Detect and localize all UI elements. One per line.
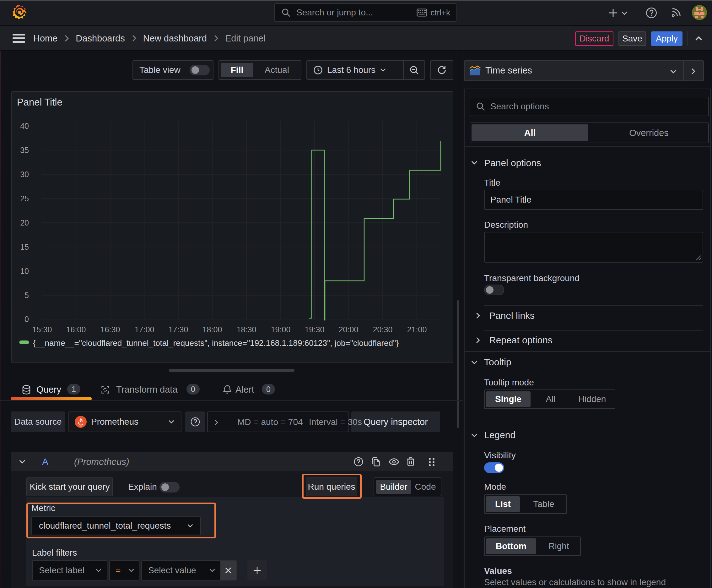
svg-text:19:30: 19:30 <box>305 325 325 334</box>
svg-text:20: 20 <box>20 218 29 227</box>
svg-text:40: 40 <box>20 122 29 130</box>
svg-text:21:00: 21:00 <box>407 325 427 334</box>
svg-text:15:30: 15:30 <box>33 325 52 334</box>
svg-text:18:30: 18:30 <box>237 325 257 334</box>
svg-text:17:00: 17:00 <box>135 325 154 334</box>
svg-text:18:00: 18:00 <box>202 325 222 334</box>
svg-text:19:00: 19:00 <box>271 325 291 334</box>
svg-text:0: 0 <box>24 315 29 323</box>
svg-text:20:30: 20:30 <box>373 325 393 334</box>
svg-text:10: 10 <box>20 267 29 275</box>
svg-text:35: 35 <box>20 146 29 154</box>
svg-text:30: 30 <box>20 170 29 179</box>
svg-text:5: 5 <box>24 291 29 300</box>
svg-text:17:30: 17:30 <box>169 325 188 334</box>
svg-text:20:00: 20:00 <box>339 325 359 334</box>
svg-text:16:00: 16:00 <box>66 325 86 334</box>
svg-text:25: 25 <box>20 194 29 203</box>
svg-text:{__name__="cloudflared_tunnel_: {__name__="cloudflared_tunnel_total_requ… <box>33 338 399 348</box>
svg-text:15: 15 <box>20 243 29 251</box>
svg-text:16:30: 16:30 <box>101 325 120 334</box>
